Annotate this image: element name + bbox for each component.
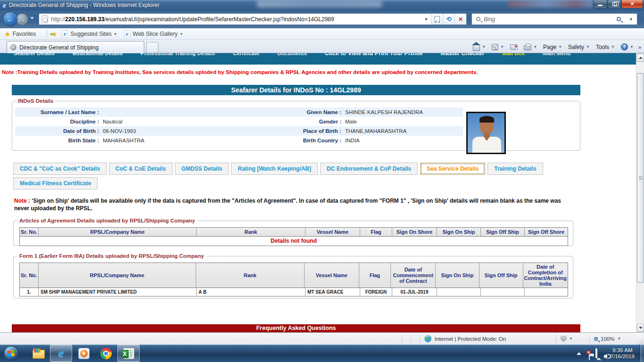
scroll-up-button[interactable] <box>637 54 644 62</box>
table-cell: 01-JUL-2019 <box>392 288 437 296</box>
table-cell: 1. <box>20 288 39 296</box>
tab-title: Directorate General of Shipping <box>19 44 99 51</box>
restore-button[interactable] <box>608 0 621 8</box>
site-nav-item[interactable]: Certificate <box>224 53 268 57</box>
seafarer-photo <box>466 112 506 154</box>
column-header: Sign Off Shore <box>525 228 568 236</box>
table-cell <box>481 288 525 296</box>
search-go-icon[interactable] <box>617 17 621 21</box>
detail-tab[interactable]: Training Details <box>487 163 543 175</box>
feeds-button[interactable]: ▼ <box>489 43 506 51</box>
taskbar-media-player-button[interactable] <box>73 345 95 362</box>
refresh-button[interactable]: ⟲ <box>443 14 454 25</box>
detail-tab[interactable]: DC Endorsement & CoP Details <box>320 163 418 175</box>
articles-of-agreement-section: Articles of Agreement Details uploaded b… <box>13 218 573 246</box>
search-icon <box>476 17 480 21</box>
print-button[interactable]: ▼ <box>521 43 539 51</box>
network-icon[interactable] <box>595 349 597 358</box>
column-header: Vessel Name <box>305 228 360 236</box>
internet-zone-icon <box>424 335 431 342</box>
taskbar-clock[interactable]: 9:35 AM 7/16/2019 <box>611 347 635 360</box>
detail-row: Surname / Last Name : Given Name : SHIND… <box>15 107 463 117</box>
scroll-down-button[interactable] <box>637 324 644 332</box>
toolbar-overflow-icon[interactable]: » <box>637 44 642 50</box>
suggested-sites-button[interactable]: Suggested Sites▼ <box>70 31 117 37</box>
safety-menu-button[interactable]: Safety▼ <box>566 43 592 51</box>
close-button[interactable]: ✕ <box>621 0 643 8</box>
site-nav-item[interactable]: Main Menu <box>534 53 579 57</box>
compatibility-view-button[interactable] <box>431 14 443 25</box>
column-header: RPSL/Company Name <box>39 263 196 288</box>
site-nav-item[interactable]: Documents <box>268 53 316 57</box>
detail-tab[interactable]: CDC & "CoC as Cook" Details <box>13 163 107 175</box>
zoom-level: 100% <box>601 336 614 342</box>
zoom-icon <box>594 337 598 341</box>
scrollbar-thumb[interactable] <box>637 73 644 283</box>
minimize-button[interactable] <box>593 0 607 8</box>
zoom-control[interactable]: 100% ▼ <box>594 336 637 342</box>
field-value: Nautical <box>103 119 271 124</box>
detail-row: Birth State : MAHARASHTRA Birth Country … <box>15 136 463 145</box>
show-hidden-icons-button[interactable] <box>577 352 581 355</box>
home-button[interactable]: ▼ <box>471 42 488 52</box>
table-row: 1.SM SHIP MANAGEMENT PRIVATE LIMITEDA BM… <box>20 288 568 296</box>
media-player-icon <box>78 348 90 359</box>
column-header: Date of Commencement of Contract <box>391 263 436 288</box>
taskbar-explorer-button[interactable] <box>27 345 50 362</box>
protected-mode-button[interactable]: ▼ <box>561 336 585 342</box>
column-header: Rank <box>197 228 305 236</box>
system-tray: ✕ 9:35 AM 7/16/2019 <box>577 345 644 362</box>
site-nav-item[interactable]: Click to View and Print Your Profile <box>316 53 432 57</box>
field-label: Birth State : <box>15 138 99 143</box>
field-value: SHINDE KALPESH RAJENDRA <box>345 109 463 115</box>
taskbar-chrome-button[interactable] <box>95 345 117 362</box>
taskbar-ie-button[interactable]: e <box>50 345 72 362</box>
site-nav-item[interactable]: Mail Box <box>494 53 534 57</box>
field-label: Place of Birth : <box>271 128 341 134</box>
address-toolbar: ← → http://220.156.189.33/esamudraUI/jsp… <box>0 10 644 28</box>
detail-tab[interactable]: Rating [Watch Keeping/AB] <box>231 163 318 175</box>
site-nav-item[interactable]: Educational Details <box>64 53 132 57</box>
separator <box>47 30 47 38</box>
detail-tab[interactable]: GMDSS Details <box>175 163 229 175</box>
form1-legend: Form 1 (Earlier Form IIIA) Details uploa… <box>17 253 206 259</box>
search-placeholder[interactable]: Bing <box>484 16 612 23</box>
window-titlebar: e Directorate General of Shipping - Wind… <box>0 0 644 10</box>
ie-logo-icon: e <box>3 2 6 9</box>
search-dropdown-icon[interactable]: ▼ <box>629 17 633 22</box>
back-button[interactable]: ← <box>3 12 17 26</box>
browser-tab[interactable]: Directorate General of Shipping <box>7 41 144 53</box>
faq-bar[interactable]: Frequently Asked Questions <box>12 324 580 332</box>
training-details-note: Note :Training Details uploaded by Train… <box>2 69 634 75</box>
column-header: Sign Off Ship <box>481 228 525 236</box>
site-nav-item[interactable]: Master Checker <box>431 53 493 57</box>
search-box[interactable]: Bing ▼ <box>471 13 637 25</box>
site-nav-item[interactable]: Seafarer Details <box>5 53 64 57</box>
help-button[interactable]: ?▼ <box>619 42 636 51</box>
show-desktop-button[interactable] <box>639 345 644 362</box>
web-slice-gallery-button[interactable]: Web Slice Gallery▼ <box>133 31 183 37</box>
vertical-scrollbar[interactable] <box>636 53 644 332</box>
address-bar[interactable]: http://220.156.189.33/esamudraUI/jsp/exa… <box>39 13 467 25</box>
table-cell: FOREIGN <box>360 288 392 296</box>
forward-button[interactable]: → <box>16 13 28 25</box>
screen: e Directorate General of Shipping - Wind… <box>0 0 644 362</box>
new-tab-button[interactable] <box>146 42 158 52</box>
site-nav-item[interactable]: Professional Training Details <box>132 53 224 57</box>
field-value: THANE,MAHARASHTRA <box>345 128 463 134</box>
detail-tab[interactable]: Sea Service Details <box>420 163 485 175</box>
address-dropdown-icon[interactable]: ▼ <box>421 17 431 22</box>
start-button[interactable] <box>4 346 18 361</box>
field-label: Gender : <box>271 119 341 124</box>
history-dropdown-icon[interactable] <box>30 17 34 19</box>
detail-tab[interactable]: CoC & CoE Details <box>109 163 173 175</box>
favorites-button[interactable]: Favorites <box>13 31 36 37</box>
page-menu-button[interactable]: Page▼ <box>541 43 564 51</box>
stop-button[interactable]: ✕ <box>454 14 466 25</box>
add-favorite-icon[interactable]: ★ <box>51 31 57 38</box>
url-text[interactable]: http://220.156.189.33/esamudraUI/jsp/exa… <box>51 16 421 23</box>
detail-tab[interactable]: Medical Fitness Certificate <box>13 177 98 189</box>
tools-menu-button[interactable]: Tools▼ <box>594 43 617 51</box>
read-mail-button[interactable] <box>508 43 520 51</box>
taskbar-excel-button[interactable] <box>117 345 140 362</box>
